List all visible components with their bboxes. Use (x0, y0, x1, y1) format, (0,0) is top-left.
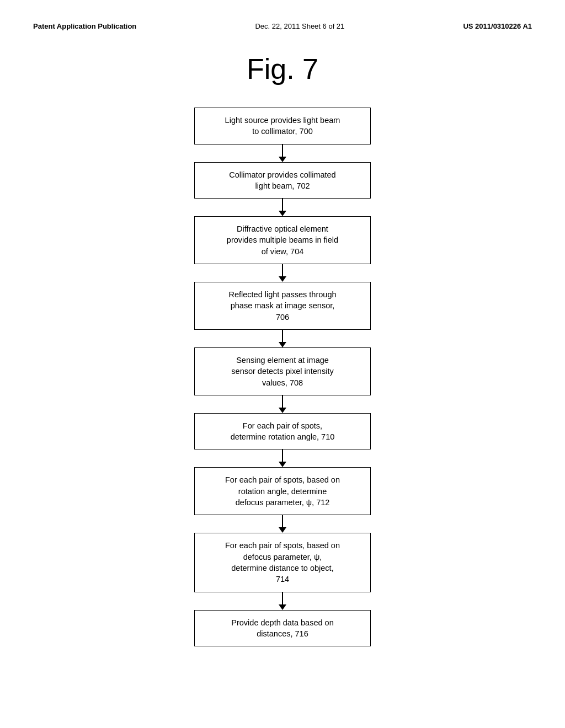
flowchart: Light source provides light beamto colli… (33, 108, 532, 646)
flowchart-step-706: Reflected light passes throughphase mask… (194, 282, 371, 330)
flowchart-step-702: Collimator provides collimatedlight beam… (194, 162, 371, 199)
arrow-704-706 (279, 264, 286, 282)
arrow-700-702 (279, 144, 286, 162)
header-left: Patent Application Publication (33, 22, 136, 30)
step-706-label: Reflected light passes throughphase mask… (228, 290, 336, 322)
flowchart-step-712: For each pair of spots, based onrotation… (194, 467, 371, 515)
arrow-706-708 (279, 330, 286, 347)
flowchart-step-708: Sensing element at imagesensor detects p… (194, 347, 371, 395)
flowchart-step-710: For each pair of spots,determine rotatio… (194, 413, 371, 450)
arrow-714-716 (279, 592, 286, 610)
flowchart-step-704: Diffractive optical elementprovides mult… (194, 216, 371, 264)
step-716-label: Provide depth data based ondistances, 71… (231, 618, 333, 638)
page: Patent Application Publication Dec. 22, … (0, 0, 565, 728)
arrow-702-704 (279, 199, 286, 216)
flowchart-step-716: Provide depth data based ondistances, 71… (194, 610, 371, 647)
step-712-label: For each pair of spots, based onrotation… (225, 475, 340, 507)
arrow-708-710 (279, 395, 286, 413)
step-702-label: Collimator provides collimatedlight beam… (229, 170, 335, 190)
step-708-label: Sensing element at imagesensor detects p… (231, 356, 333, 387)
header-center: Dec. 22, 2011 Sheet 6 of 21 (255, 22, 344, 30)
step-710-label: For each pair of spots,determine rotatio… (231, 421, 335, 441)
header-right: US 2011/0310226 A1 (463, 22, 532, 30)
figure-title: Fig. 7 (33, 52, 532, 85)
page-header: Patent Application Publication Dec. 22, … (33, 22, 532, 30)
flowchart-step-714: For each pair of spots, based ondefocus … (194, 533, 371, 592)
step-704-label: Diffractive optical elementprovides mult… (227, 224, 338, 256)
flowchart-step-700: Light source provides light beamto colli… (194, 108, 371, 144)
step-700-label: Light source provides light beamto colli… (225, 116, 340, 136)
step-714-label: For each pair of spots, based ondefocus … (225, 541, 340, 584)
arrow-710-712 (279, 449, 286, 467)
arrow-712-714 (279, 515, 286, 533)
